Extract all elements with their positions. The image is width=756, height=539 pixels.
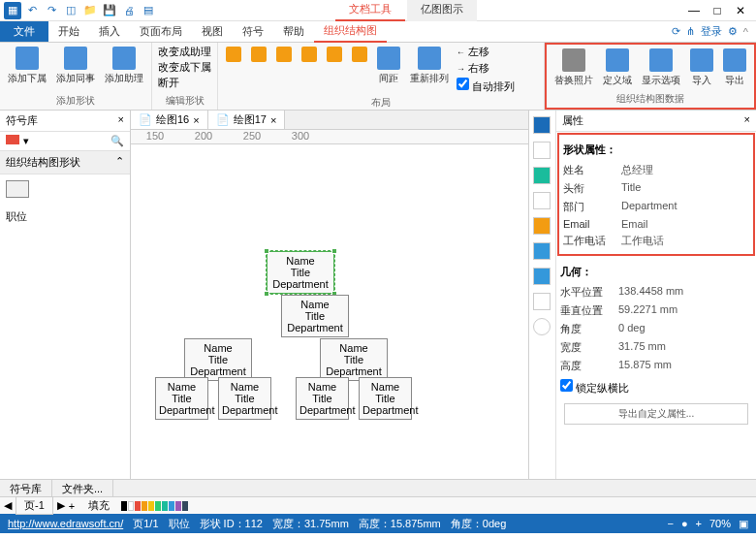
layout-opt-5[interactable] [325,45,344,64]
add-assistant-button[interactable]: 添加助理 [103,45,145,87]
bottom-tab-symbols[interactable]: 符号库 [0,480,52,496]
page-tab[interactable]: 页-1 [16,496,53,515]
prop-shape-icon[interactable] [533,116,551,134]
prop-globe-icon[interactable] [533,268,551,285]
change-to-assistant[interactable]: 改变成助理 [158,45,211,59]
menu-symbol[interactable]: 符号 [233,21,273,42]
spacing-button[interactable]: 间距 [375,45,402,87]
prop-fill-icon[interactable] [533,167,551,184]
sidebar-dropdown-icon[interactable]: ▾ [23,135,29,147]
rearrange-button[interactable]: 重新排列 [408,45,451,87]
share-icon[interactable]: ⋔ [686,25,695,38]
doc-icon: 📄 [216,113,230,126]
add-subordinate-button[interactable]: 添加下属 [6,45,48,87]
props-close-icon[interactable]: × [744,113,750,128]
tab-close-icon[interactable]: × [193,114,199,126]
sidebar-tools: ▾ 🔍 [0,132,130,151]
menu-org-chart[interactable]: 组织结构图 [314,20,387,43]
file-menu[interactable]: 文件 [0,21,48,42]
sidebar-search-icon[interactable]: 🔍 [110,135,124,147]
print-icon[interactable]: 🖨 [120,2,138,19]
org-node[interactable]: NameTitleDepartment [155,377,208,420]
sidebar-close-icon[interactable]: × [118,113,124,128]
define-fields-button[interactable]: 定义域 [601,47,634,89]
prop-edit-icon[interactable] [533,142,551,159]
add-colleague-button[interactable]: 添加同事 [54,45,97,87]
maximize-icon[interactable]: □ [709,4,725,17]
disconnect[interactable]: 断开 [158,76,211,90]
settings-icon[interactable]: ⚙ [728,25,738,38]
tab-close-icon[interactable]: × [270,114,276,126]
shape-color-icon[interactable] [6,135,19,144]
undo-icon[interactable]: ↶ [23,2,41,19]
layout-opt-6[interactable] [350,45,369,64]
export-button[interactable]: 导出 [721,47,748,89]
menu-page-layout[interactable]: 页面布局 [130,21,192,42]
collapse-ribbon-icon[interactable]: ^ [743,26,748,38]
next-page-icon[interactable]: ▶ [57,499,65,512]
export-custom-props-button[interactable]: 导出自定义属性... [564,403,748,425]
ribbon-group-edit-shape: 改变成助理 改变成下属 断开 编辑形状 [152,43,218,110]
prop-list-icon[interactable] [533,242,551,260]
menu-home[interactable]: 开始 [48,21,89,42]
close-icon[interactable]: ✕ [733,4,748,17]
prop-line-icon[interactable] [533,192,551,209]
new-icon[interactable]: ◫ [62,2,79,19]
status-url[interactable]: http://www.edrawsoft.cn/ [8,518,123,529]
menu-insert[interactable]: 插入 [89,21,130,42]
canvas[interactable]: NameTitleDepartment NameTitleDepartment … [131,144,528,474]
zoom-out-icon[interactable]: − [667,518,673,529]
shape-label: 职位 [0,204,130,230]
org-node[interactable]: NameTitleDepartment [296,377,349,420]
app-menu-icon[interactable]: ▦ [4,2,21,19]
import-button[interactable]: 导入 [688,47,715,89]
org-node[interactable]: NameTitleDepartment [320,338,388,381]
menu-bar: 文件 开始 插入 页面布局 视图 符号 帮助 组织结构图 ⟳ ⋔ 登录 ⚙ ^ [0,21,756,43]
doc-tab-16[interactable]: 📄绘图16× [131,111,208,129]
replace-photo-button[interactable]: 替换照片 [552,47,595,89]
lock-aspect-checkbox[interactable]: 锁定纵横比 [560,375,752,399]
bottom-tab-folder[interactable]: 文件夹... [52,480,113,496]
org-node[interactable]: NameTitleDepartment [218,377,271,420]
layout-opt-3[interactable] [274,45,294,64]
move-right[interactable]: → 右移 [457,61,515,76]
add-page-icon[interactable]: + [69,500,75,512]
prop-row: 垂直位置59.2271 mm [560,301,752,320]
minimize-icon[interactable]: — [686,4,702,17]
status-page: 页1/1 [133,517,158,531]
change-to-subordinate[interactable]: 改变成下属 [158,60,211,75]
refresh-icon[interactable]: ⟳ [672,25,680,38]
prop-help-icon[interactable] [533,318,551,335]
layout-opt-1[interactable] [224,45,243,64]
fit-page-icon[interactable]: ▣ [739,518,748,530]
move-left[interactable]: ← 左移 [457,45,515,59]
org-node-root[interactable]: NameTitleDepartment [267,251,334,294]
doc-tab-17[interactable]: 📄绘图17× [208,111,286,129]
geometry-box: 几何： 水平位置138.4458 mm 垂直位置59.2271 mm 角度0 d… [556,257,756,432]
zoom-in-icon[interactable]: + [696,518,702,529]
auto-arrange-checkbox[interactable]: 自动排列 [457,78,515,94]
org-node[interactable]: NameTitleDepartment [359,377,412,420]
ribbon-group-label: 编辑形状 [158,92,211,108]
layout-opt-4[interactable] [299,45,319,64]
layout-opt-2[interactable] [249,45,268,64]
org-node[interactable]: NameTitleDepartment [184,338,252,381]
display-options-button[interactable]: 显示选项 [640,47,682,89]
prev-page-icon[interactable]: ◀ [4,499,12,512]
shape-category[interactable]: 组织结构图形状⌃ [0,151,130,174]
export-icon[interactable]: ▤ [140,2,157,19]
color-palette[interactable] [121,501,188,511]
zoom-slider[interactable]: ● [681,518,688,529]
redo-icon[interactable]: ↷ [43,2,60,19]
prop-comment-icon[interactable] [533,293,551,310]
org-node[interactable]: NameTitleDepartment [281,295,349,337]
prop-layer-icon[interactable] [533,217,551,235]
title-tab-doc-tools[interactable]: 文档工具 [335,0,405,21]
shape-position[interactable] [0,174,130,204]
title-tab-edraw[interactable]: 亿图图示 [407,0,477,21]
save-icon[interactable]: 💾 [101,2,118,19]
menu-help[interactable]: 帮助 [273,21,314,42]
open-icon[interactable]: 📁 [81,2,99,19]
login-link[interactable]: 登录 [701,24,722,39]
menu-view[interactable]: 视图 [192,21,233,42]
